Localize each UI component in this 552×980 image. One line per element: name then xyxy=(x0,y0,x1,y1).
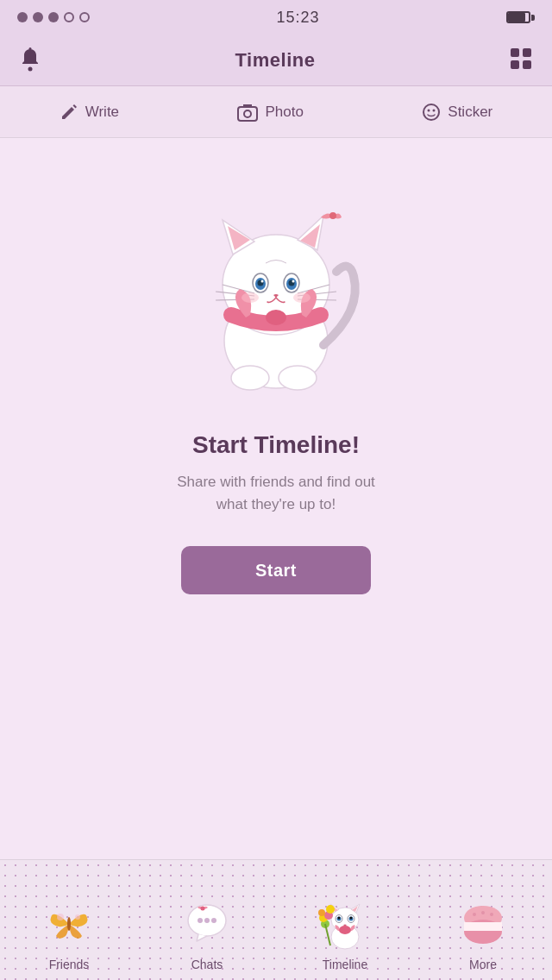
svg-point-19 xyxy=(261,280,264,283)
svg-rect-1 xyxy=(29,47,32,50)
svg-point-38 xyxy=(198,918,203,923)
sticker-button[interactable]: Sticker xyxy=(422,103,492,122)
svg-point-12 xyxy=(231,366,269,390)
toolbar: Write Photo Sticker xyxy=(0,86,552,138)
more-label: More xyxy=(469,958,497,971)
battery-body xyxy=(506,11,530,23)
svg-point-0 xyxy=(28,66,33,71)
nav-item-chats[interactable]: Chats xyxy=(138,894,276,971)
bottom-nav: Friends Chats xyxy=(0,859,552,980)
timeline-label: Timeline xyxy=(323,958,367,971)
bell-icon[interactable] xyxy=(17,46,43,75)
svg-point-40 xyxy=(211,918,216,923)
svg-point-32 xyxy=(293,292,310,303)
svg-point-60 xyxy=(490,913,493,916)
friends-icon xyxy=(39,894,99,954)
svg-point-23 xyxy=(292,280,295,283)
more-icon xyxy=(453,894,513,954)
photo-button[interactable]: Photo xyxy=(237,103,303,122)
svg-point-33 xyxy=(67,917,71,931)
sticker-label: Sticker xyxy=(448,104,492,121)
svg-point-9 xyxy=(428,109,430,111)
timeline-icon xyxy=(315,894,375,954)
svg-point-13 xyxy=(279,366,317,390)
svg-point-35 xyxy=(75,914,80,920)
svg-point-45 xyxy=(338,917,341,920)
nav-item-more[interactable]: More xyxy=(414,894,552,971)
write-button[interactable]: Write xyxy=(60,103,119,122)
svg-point-8 xyxy=(423,104,439,120)
svg-rect-3 xyxy=(523,48,531,57)
battery-fill xyxy=(508,13,525,22)
svg-rect-57 xyxy=(464,922,502,931)
nav-item-timeline[interactable]: Timeline xyxy=(276,894,414,971)
start-button[interactable]: Start xyxy=(181,546,371,594)
nav-item-friends[interactable]: Friends xyxy=(0,894,138,971)
svg-rect-4 xyxy=(511,60,519,69)
svg-point-49 xyxy=(339,926,351,934)
svg-point-7 xyxy=(244,110,251,117)
battery-indicator xyxy=(506,11,535,23)
dot-4 xyxy=(64,12,74,22)
svg-point-30 xyxy=(266,310,286,325)
svg-point-34 xyxy=(57,914,64,920)
svg-point-53 xyxy=(318,909,325,916)
svg-point-58 xyxy=(473,913,476,916)
grid-icon[interactable] xyxy=(507,45,535,76)
chats-label: Chats xyxy=(191,958,223,971)
signal-dots xyxy=(17,12,90,22)
svg-point-37 xyxy=(201,907,205,911)
dot-1 xyxy=(17,12,28,22)
svg-point-48 xyxy=(350,917,353,920)
dot-5 xyxy=(79,12,90,22)
time-display: 15:23 xyxy=(276,9,319,27)
dot-2 xyxy=(33,12,43,22)
battery-tip xyxy=(531,15,535,21)
start-subtitle: Share with friends and find outwhat they… xyxy=(177,471,375,515)
status-bar: 15:23 xyxy=(0,0,552,35)
start-title: Start Timeline! xyxy=(192,431,360,459)
main-content: Start Timeline! Share with friends and f… xyxy=(0,138,552,612)
friends-label: Friends xyxy=(49,958,90,971)
cat-illustration xyxy=(164,173,388,405)
svg-point-10 xyxy=(433,109,436,111)
svg-rect-2 xyxy=(511,48,519,57)
svg-rect-5 xyxy=(523,60,531,69)
header: Timeline xyxy=(0,35,552,86)
svg-point-15 xyxy=(329,212,336,219)
page-title: Timeline xyxy=(235,49,316,72)
svg-point-39 xyxy=(204,918,210,923)
svg-point-31 xyxy=(242,292,259,303)
dot-3 xyxy=(48,12,59,22)
svg-point-59 xyxy=(481,911,485,914)
write-label: Write xyxy=(85,104,119,121)
svg-rect-6 xyxy=(238,107,257,121)
chats-icon xyxy=(177,894,237,954)
photo-label: Photo xyxy=(265,104,303,121)
svg-point-54 xyxy=(326,905,335,914)
